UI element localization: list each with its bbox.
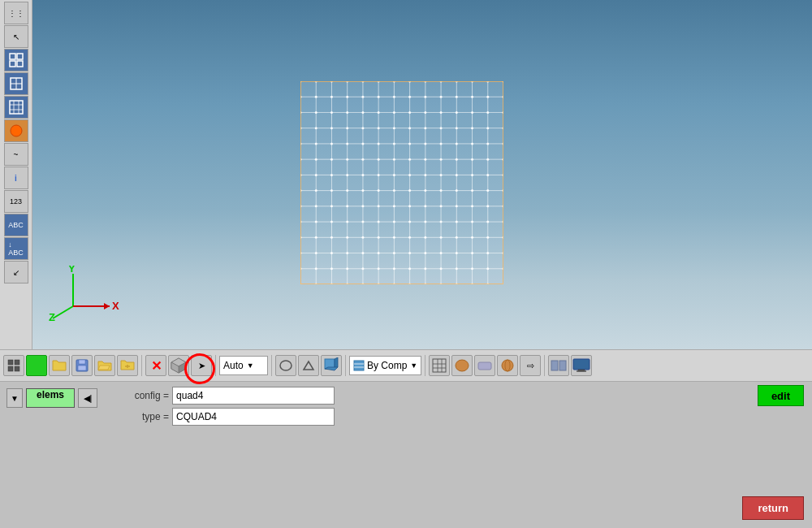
svg-rect-248 [79, 360, 85, 364]
tb-green-icon[interactable] [26, 355, 47, 376]
mesh2-icon[interactable] [4, 72, 28, 95]
tb-folder-icon[interactable] [49, 355, 70, 376]
z-axis-label: Z [49, 311, 55, 322]
svg-point-164 [424, 174, 426, 176]
svg-rect-2 [10, 61, 15, 67]
grid-icon[interactable] [4, 96, 28, 119]
tb-dots-icon[interactable] [3, 355, 24, 376]
svg-point-84 [330, 236, 333, 239]
tb-shape2-icon[interactable] [298, 355, 319, 376]
svg-point-68 [315, 205, 317, 207]
svg-point-149 [408, 158, 411, 161]
svg-point-91 [346, 127, 348, 129]
svg-point-131 [393, 96, 395, 98]
tb-monitor-icon[interactable] [571, 355, 592, 376]
svg-point-167 [424, 221, 426, 223]
return-button[interactable]: return [742, 496, 804, 520]
svg-point-71 [315, 252, 317, 254]
tb-open-icon[interactable] [94, 355, 115, 376]
tb-grid3d-icon[interactable] [429, 355, 450, 376]
tb-arrow2-icon[interactable]: ⇨ [520, 355, 541, 376]
grid-mesh-svg [300, 81, 503, 284]
svg-point-183 [440, 252, 443, 254]
svg-point-104 [361, 111, 364, 114]
svg-point-184 [440, 267, 443, 270]
tb-shapes-icon[interactable] [451, 355, 473, 376]
svg-point-197 [456, 252, 458, 254]
svg-point-122 [378, 174, 380, 176]
svg-point-96 [346, 205, 348, 207]
svg-line-14 [53, 306, 73, 318]
nav-first-btn[interactable]: ◀| [78, 388, 97, 408]
tb-cube3d-icon[interactable] [321, 355, 342, 376]
svg-point-112 [361, 236, 364, 239]
svg-point-190 [456, 142, 458, 145]
abc1-icon[interactable]: ABC [4, 214, 28, 236]
svg-point-215 [486, 96, 489, 98]
axis-indicator: Y Z X [49, 266, 122, 325]
svg-point-163 [424, 158, 426, 161]
solid-icon[interactable] [4, 119, 28, 142]
tb-auto-dropdown[interactable]: Auto ▼ [219, 356, 268, 375]
tb-bycomp-dropdown[interactable]: By Comp ▼ [349, 356, 421, 375]
svg-point-176 [440, 142, 443, 145]
svg-point-222 [486, 205, 489, 207]
svg-point-125 [378, 221, 380, 223]
svg-point-203 [471, 127, 473, 129]
svg-point-139 [393, 221, 395, 223]
tb-flat-icon[interactable] [474, 355, 495, 376]
svg-point-170 [424, 267, 426, 270]
elems-dropdown-btn[interactable]: ▼ [6, 388, 23, 408]
svg-point-126 [378, 236, 380, 239]
tb-3d-cube-icon[interactable] [168, 355, 189, 376]
svg-point-137 [393, 189, 395, 192]
svg-point-70 [315, 236, 317, 239]
arrow-down-left-icon[interactable]: ↙ [4, 261, 28, 283]
svg-point-202 [471, 111, 473, 114]
dots-left-icon[interactable]: ⋮⋮ [4, 2, 28, 24]
svg-point-198 [456, 267, 458, 270]
svg-point-100 [346, 267, 348, 270]
svg-point-138 [393, 205, 395, 207]
edit-button[interactable]: edit [758, 385, 804, 406]
svg-point-212 [471, 267, 473, 270]
svg-point-205 [471, 158, 473, 161]
tb-sphere-icon[interactable] [497, 355, 518, 376]
tb-delete-icon[interactable]: ✕ [145, 355, 166, 376]
svg-point-201 [471, 96, 473, 98]
svg-point-128 [378, 267, 380, 270]
type-label: type = [104, 411, 169, 422]
select-icon[interactable]: ↖ [4, 25, 28, 48]
svg-point-221 [486, 189, 489, 192]
y-axis-label: Y [68, 266, 76, 275]
svg-point-153 [408, 221, 411, 223]
svg-point-105 [361, 127, 364, 129]
svg-point-124 [378, 205, 380, 207]
tb-save-icon[interactable] [71, 355, 93, 376]
svg-point-187 [456, 96, 458, 98]
svg-point-162 [424, 142, 426, 145]
svg-point-89 [346, 96, 348, 98]
elems-button[interactable]: elems [26, 388, 75, 408]
mesh-icon[interactable] [4, 49, 28, 71]
tb-shape1-icon[interactable] [275, 355, 296, 376]
svg-point-93 [346, 158, 348, 161]
config-value: quad4 [172, 387, 335, 405]
svg-point-223 [486, 221, 489, 223]
bycomp-dropdown-arrow: ▼ [410, 361, 417, 370]
svg-point-134 [393, 142, 395, 145]
tb-arrow-icon[interactable]: ➤ [191, 355, 212, 376]
tb-folder2-icon[interactable] [117, 355, 138, 376]
svg-point-216 [486, 111, 489, 114]
svg-point-181 [440, 221, 443, 223]
info-icon[interactable]: i [4, 167, 28, 189]
svg-point-98 [346, 236, 348, 239]
svg-point-150 [408, 174, 411, 176]
svg-point-209 [471, 221, 473, 223]
svg-point-141 [393, 252, 395, 254]
tb-split-icon[interactable] [548, 355, 569, 376]
123-icon[interactable]: 123 [4, 190, 28, 213]
svg-point-148 [408, 142, 411, 145]
curve-icon[interactable]: ~ [4, 143, 28, 166]
abc2-icon[interactable]: ↓ABC [4, 237, 28, 260]
